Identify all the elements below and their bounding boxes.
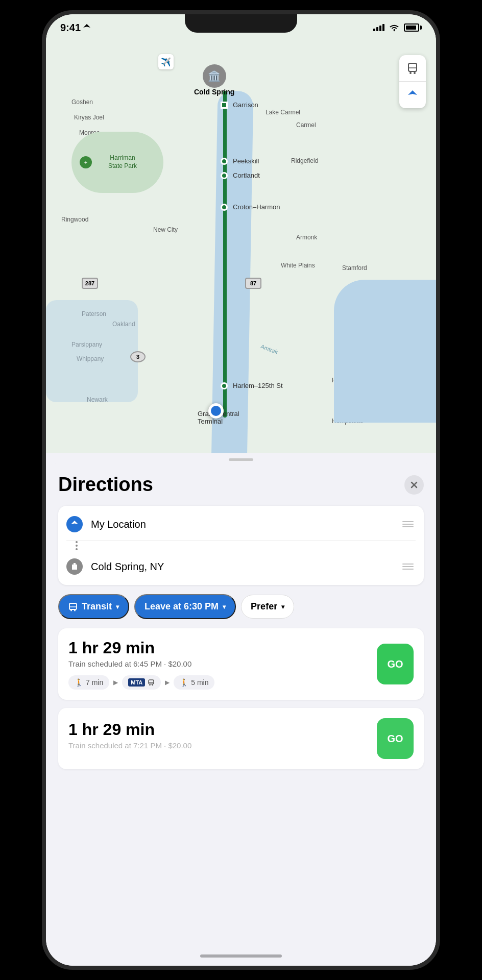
walk-label-2: 5 min — [191, 678, 208, 687]
route-1-duration: 1 hr 29 min — [68, 639, 377, 657]
cortlandt-station: Cortlandt — [221, 172, 260, 179]
cold-spring-pin: 🏛️ Cold Spring — [194, 64, 234, 96]
kiryas-joel-label: Kiryas Joel — [74, 114, 104, 121]
cold-spring-pin-label: Cold Spring — [194, 88, 234, 96]
walk-label-1: 7 min — [86, 678, 103, 687]
route-card-inner-2: 1 hr 29 min Train scheduled at 7:21 PM ·… — [68, 718, 414, 759]
origin-row[interactable]: My Location — [66, 508, 416, 541]
location-arrow-icon — [83, 24, 90, 31]
location-inputs: My Location — [58, 506, 424, 585]
harlem-125th-station: Harlem–125th St — [221, 382, 283, 389]
transit-icon — [406, 62, 419, 75]
home-indicator — [200, 954, 282, 958]
goshen-label: Goshen — [71, 99, 93, 106]
location-button[interactable] — [399, 82, 426, 108]
route-2-detail: Train scheduled at 7:21 PM · $20.00 — [68, 741, 377, 750]
croton-harmon-label: Croton–Harmon — [233, 203, 280, 211]
cold-spring-pin-icon: 🏛️ — [203, 64, 226, 88]
transit-mode-button[interactable] — [399, 55, 426, 82]
walk-icon-1: 🚶 — [75, 678, 83, 687]
amtrak-label: Amtrak — [260, 343, 279, 355]
map-container[interactable]: + HarrimanState Park Goshen Kiryas Joel … — [46, 14, 436, 453]
destination-text: Cold Spring, NY — [91, 561, 392, 573]
status-time: 9:41 — [60, 22, 90, 34]
svg-point-1 — [409, 72, 412, 74]
highway-3-badge: 3 — [130, 351, 146, 362]
garrison-station: Garrison — [221, 101, 258, 109]
garrison-label: Garrison — [233, 101, 258, 109]
go-button-1[interactable]: GO — [377, 644, 414, 684]
mta-badge: MTA — [128, 678, 145, 687]
route-card-inner-1: 1 hr 29 min Train scheduled at 6:45 PM ·… — [68, 639, 414, 690]
route-1-steps: 🚶 7 min ▶ MTA — [68, 675, 377, 690]
current-location-icon — [66, 516, 83, 532]
origin-handle[interactable] — [400, 519, 416, 529]
svg-point-2 — [414, 72, 416, 74]
svg-point-10 — [70, 609, 72, 611]
connector-dots — [66, 541, 416, 550]
harlem-125th-dot — [221, 382, 228, 389]
peekskill-dot — [221, 158, 228, 165]
time-chevron-icon: ▾ — [223, 603, 226, 610]
route-1-detail: Train scheduled at 6:45 PM · $20.00 — [68, 659, 377, 668]
armonk-label: Armonk — [296, 234, 317, 241]
train-route-line — [223, 91, 227, 418]
new-city-label: New City — [153, 226, 178, 233]
highway-287-badge: 287 — [82, 278, 98, 289]
airplane-icon: ✈️ — [158, 54, 174, 69]
time-label: Leave at 6:30 PM — [144, 601, 219, 612]
clock: 9:41 — [60, 22, 81, 34]
directions-header: Directions — [58, 474, 424, 496]
peekskill-label: Peekskill — [233, 157, 259, 165]
train-icon — [148, 679, 155, 686]
navigate-icon — [407, 89, 418, 101]
route-info-1: 1 hr 29 min Train scheduled at 6:45 PM ·… — [68, 639, 377, 690]
garrison-dot — [221, 102, 228, 109]
close-icon — [410, 481, 418, 489]
highway-87-badge: 87 — [245, 278, 261, 289]
destination-handle[interactable] — [400, 561, 416, 572]
transit-chevron-icon: ▾ — [116, 603, 119, 610]
route-2-duration: 1 hr 29 min — [68, 720, 377, 739]
battery-icon — [404, 23, 422, 32]
walk-icon-2: 🚶 — [180, 678, 188, 687]
time-button[interactable]: Leave at 6:30 PM ▾ — [134, 594, 236, 619]
building-icon — [70, 562, 79, 571]
destination-row[interactable]: Cold Spring, NY — [66, 550, 416, 583]
svg-rect-8 — [74, 563, 76, 565]
arrow-2: ▶ — [165, 679, 170, 686]
svg-point-14 — [150, 684, 151, 685]
carmel-label: Carmel — [296, 121, 316, 129]
svg-rect-9 — [69, 603, 77, 609]
arrow-1: ▶ — [113, 679, 118, 686]
ridgefield-label: Ridgefield — [291, 157, 318, 164]
close-button[interactable] — [404, 475, 424, 495]
directions-title: Directions — [58, 474, 153, 496]
long-island-sound — [334, 280, 436, 423]
route-card-2[interactable]: 1 hr 29 min Train scheduled at 7:21 PM ·… — [58, 708, 424, 769]
arrow-icon — [70, 520, 79, 529]
white-plains-label: White Plains — [281, 262, 315, 269]
go-button-2[interactable]: GO — [377, 718, 414, 759]
lake-carmel-label: Lake Carmel — [266, 109, 300, 116]
croton-harmon-dot — [221, 204, 228, 211]
transit-label: Transit — [82, 601, 112, 612]
harriman-label: HarrimanState Park — [108, 154, 137, 170]
prefer-label: Prefer — [251, 601, 277, 612]
park-icon: + — [80, 156, 92, 168]
walk-step-1: 🚶 7 min — [68, 675, 109, 690]
cortlandt-dot — [221, 172, 228, 179]
drag-indicator — [229, 458, 253, 461]
signal-bars-icon — [373, 24, 384, 31]
walk-step-2: 🚶 5 min — [174, 675, 214, 690]
peekskill-station: Peekskill — [221, 157, 259, 165]
ringwood-label: Ringwood — [61, 216, 88, 223]
bottom-sheet: Directions My Locatio — [46, 463, 436, 966]
svg-rect-7 — [72, 565, 77, 570]
route-card-1[interactable]: 1 hr 29 min Train scheduled at 6:45 PM ·… — [58, 628, 424, 700]
transit-button[interactable]: Transit ▾ — [58, 594, 129, 619]
harriman-park: + HarrimanState Park — [71, 132, 163, 193]
prefer-button[interactable]: Prefer ▾ — [241, 595, 294, 619]
phone-screen: 9:41 — [46, 14, 436, 966]
prefer-chevron-icon: ▾ — [281, 603, 284, 610]
